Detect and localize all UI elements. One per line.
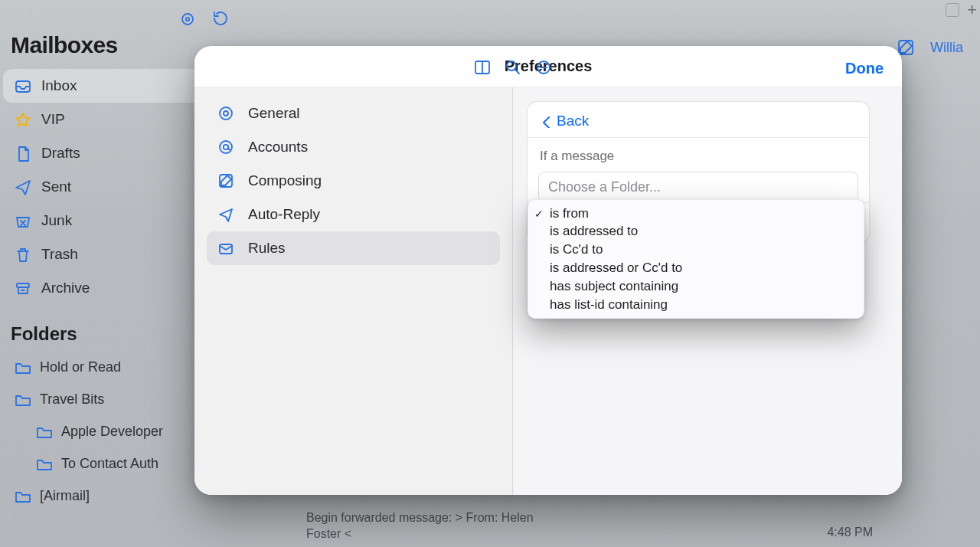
rule-card: Back If a message is from is addressed t…	[527, 101, 870, 244]
svg-point-8	[220, 107, 232, 120]
preferences-content: Back If a message is from is addressed t…	[513, 87, 902, 495]
dropdown-option[interactable]: is Cc'd to	[528, 241, 864, 259]
pref-item-rules[interactable]: Rules	[207, 231, 500, 265]
pref-item-auto-reply[interactable]: Auto-Reply	[207, 198, 500, 231]
pane-toggle-icon[interactable]	[473, 58, 490, 75]
header-icon-group	[473, 46, 551, 87]
pref-item-general[interactable]: General	[207, 97, 500, 130]
pref-item-composing[interactable]: Composing	[207, 164, 500, 198]
search-icon[interactable]	[504, 58, 521, 75]
pref-item-accounts[interactable]: Accounts	[207, 130, 500, 164]
svg-point-9	[224, 111, 228, 116]
condition-label: If a message	[540, 149, 857, 164]
pref-item-label: Rules	[248, 240, 286, 257]
done-button[interactable]: Done	[841, 57, 888, 80]
pref-item-label: Composing	[248, 172, 322, 189]
airplane-icon	[217, 206, 234, 223]
dropdown-option[interactable]: is addressed to	[528, 222, 864, 241]
pref-item-label: General	[248, 105, 300, 122]
back-label: Back	[557, 113, 589, 129]
svg-point-10	[220, 141, 232, 153]
dropdown-option[interactable]: has subject containing	[528, 277, 864, 296]
badge-icon[interactable]	[534, 58, 551, 75]
back-button[interactable]: Back	[538, 110, 590, 133]
preferences-header: Preferences Done	[194, 46, 902, 87]
dropdown-option[interactable]: is from	[528, 200, 864, 222]
svg-point-6	[507, 61, 516, 70]
pref-item-label: Auto-Reply	[248, 206, 320, 223]
preferences-sidebar: General Accounts Composing Auto-Reply Ru…	[194, 87, 513, 495]
dropdown-option[interactable]: has list-id containing	[528, 296, 864, 318]
envelope-rules-icon	[217, 240, 234, 257]
dropdown-option[interactable]: is addressed or Cc'd to	[528, 259, 864, 277]
folder-placeholder: Choose a Folder...	[548, 179, 661, 195]
preferences-popover: Preferences Done General Accounts Compos…	[194, 46, 902, 495]
folder-select[interactable]: Choose a Folder...	[538, 172, 858, 202]
chevron-left-icon	[540, 114, 554, 128]
svg-point-11	[224, 145, 228, 149]
pref-item-label: Accounts	[248, 139, 308, 156]
gear-icon	[217, 105, 234, 122]
condition-dropdown[interactable]: is from is addressed to is Cc'd to is ad…	[528, 199, 864, 319]
compose-icon	[217, 172, 234, 189]
at-icon	[217, 139, 234, 156]
